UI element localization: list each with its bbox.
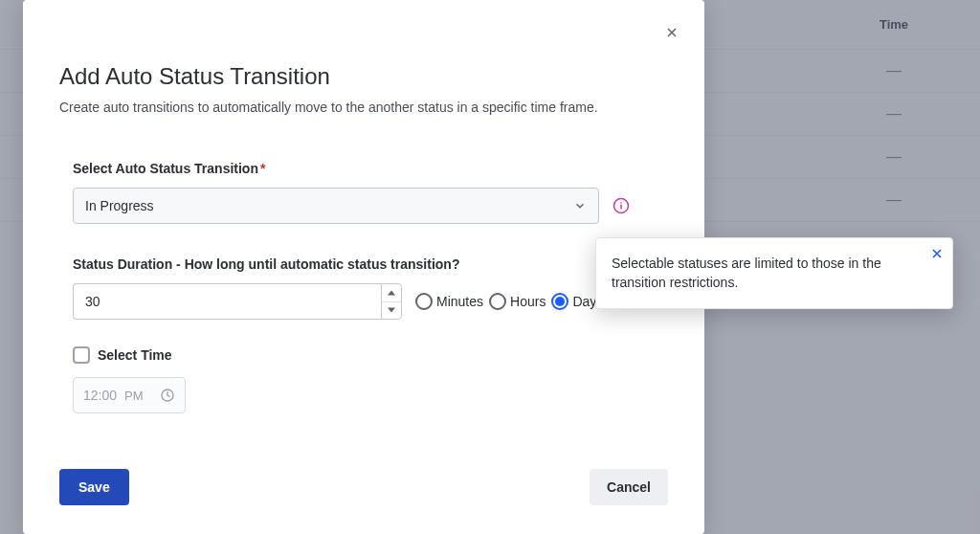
select-time-label: Select Time (98, 347, 172, 363)
tooltip-close-button[interactable] (929, 246, 945, 261)
close-icon (664, 25, 679, 40)
duration-input-group (73, 283, 402, 320)
select-status-label: Select Auto Status Transition* (73, 161, 655, 176)
tooltip-text: Selectable statuses are limited to those… (612, 254, 920, 293)
status-select-value: In Progress (85, 198, 154, 213)
duration-step-down[interactable] (382, 302, 401, 320)
duration-step-up[interactable] (382, 284, 401, 302)
clock-icon (160, 388, 175, 403)
chevron-up-icon (388, 290, 395, 296)
radio-minutes[interactable]: Minutes (415, 293, 483, 310)
chevron-down-icon (573, 199, 587, 212)
info-icon[interactable] (612, 197, 630, 214)
svg-point-1 (620, 202, 622, 204)
required-asterisk: * (260, 161, 265, 176)
radio-circle-icon (551, 293, 568, 310)
select-time-checkbox[interactable]: Select Time (73, 346, 655, 364)
time-input[interactable]: 12:00 PM (73, 377, 186, 413)
time-ampm: PM (124, 389, 144, 403)
checkbox-box-icon (73, 346, 90, 364)
radio-circle-icon (489, 293, 506, 310)
cancel-button[interactable]: Cancel (590, 469, 668, 505)
radio-hours[interactable]: Hours (489, 293, 546, 310)
duration-label: Status Duration - How long until automat… (73, 256, 655, 272)
duration-unit-radios: Minutes Hours Days (415, 293, 603, 310)
duration-input[interactable] (73, 283, 381, 320)
chevron-down-icon (388, 307, 395, 313)
modal-title: Add Auto Status Transition (59, 63, 668, 90)
info-tooltip: Selectable statuses are limited to those… (595, 237, 953, 309)
modal-close-button[interactable] (662, 23, 681, 42)
radio-circle-icon (415, 293, 433, 310)
save-button[interactable]: Save (59, 469, 129, 505)
time-value: 12:00 (83, 388, 117, 403)
modal-subtitle: Create auto transitions to automatically… (59, 100, 668, 115)
status-select[interactable]: In Progress (73, 188, 599, 224)
